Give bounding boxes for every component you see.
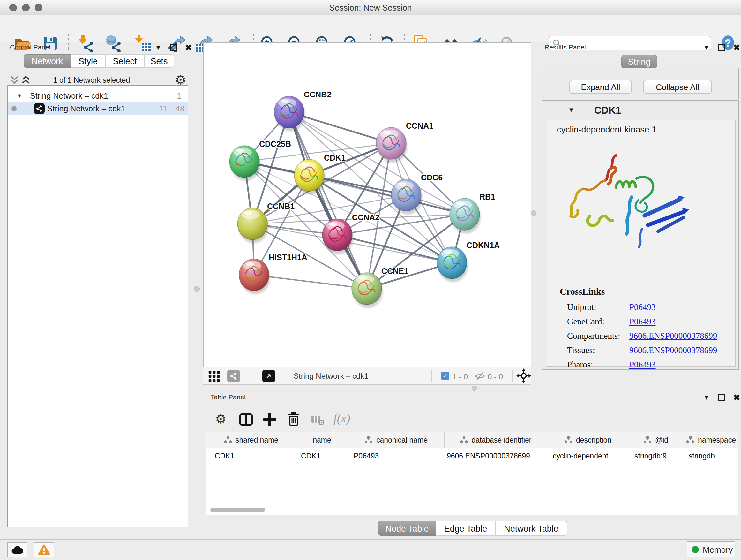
window-title: Session: New Session (0, 3, 741, 13)
control-panel-title: Control Panel (10, 44, 51, 51)
network-edge[interactable] (337, 235, 452, 263)
column-header-canonical-name[interactable]: canonical name (348, 432, 444, 448)
birds-eye-view-icon[interactable] (262, 370, 275, 382)
show-columns-icon[interactable] (239, 413, 253, 426)
table-cell[interactable]: CDK1 (296, 449, 348, 463)
network-tree: ▼ String Network – cdk1 1 String Network… (7, 85, 188, 527)
sitemap-icon (644, 436, 651, 443)
selected-checkbox-icon[interactable]: ✓ (441, 372, 449, 380)
table-cell[interactable]: cyclin-dependent ... (547, 449, 629, 463)
fit-content-crosshair-icon[interactable] (516, 368, 531, 383)
warnings-button[interactable] (34, 542, 54, 557)
crosslink-link[interactable]: 9606.ENSP00000378699 (629, 346, 717, 355)
tab-style[interactable]: Style (71, 54, 105, 68)
horizontal-scrollbar[interactable] (210, 508, 265, 512)
hidden-eye-icon[interactable] (475, 372, 485, 380)
column-header-name[interactable]: name (296, 432, 348, 448)
crosslink-row: Tissues:9606.ENSP00000378699 (567, 346, 717, 360)
crosslink-link[interactable]: P06493 (629, 302, 656, 312)
panel-close-icon[interactable]: ✖ (733, 44, 740, 51)
expand-all-button[interactable]: Expand All (569, 80, 632, 94)
crosslink-label: Tissues: (567, 346, 629, 355)
results-actions-box: Expand All Collapse All (542, 68, 739, 99)
network-node-label: CDC25B (259, 139, 291, 148)
table-cell[interactable]: stringdb (683, 449, 738, 463)
sitemap-icon (686, 436, 694, 443)
panel-float-icon[interactable] (170, 44, 177, 51)
panel-float-icon[interactable] (718, 44, 725, 51)
table-cell[interactable]: P06493 (348, 449, 444, 463)
tab-network[interactable]: Network (23, 54, 71, 68)
crosslink-link[interactable]: 9606.ENSP00000378699 (629, 331, 717, 341)
table-cell[interactable]: CDK1 (206, 449, 296, 463)
network-row-selected[interactable]: String Network – cdk1 11 48 (8, 102, 188, 115)
panel-menu-icon[interactable]: ▼ (703, 394, 710, 401)
collapse-all-button[interactable]: Collapse All (643, 80, 712, 94)
network-collection-label: String Network – cdk1 (30, 89, 108, 102)
network-edge[interactable] (254, 275, 367, 289)
grid-view-icon[interactable] (208, 370, 220, 382)
search-input[interactable] (564, 37, 706, 49)
add-column-icon[interactable] (263, 413, 277, 427)
sitemap-icon (365, 436, 373, 443)
column-header-id[interactable]: @id (629, 432, 683, 448)
column-header-description[interactable]: description (547, 432, 629, 448)
protein-description: cyclin-dependent kinase 1 (557, 125, 657, 135)
network-selection-status: 1 of 1 Network selected (7, 76, 176, 84)
panel-float-icon[interactable] (718, 394, 725, 401)
tab-select[interactable]: Select (105, 54, 144, 68)
network-node-label: CCNA2 (352, 213, 380, 222)
table-cell[interactable]: stringdb:9... (629, 449, 683, 463)
crosslink-link[interactable]: P06493 (629, 360, 656, 369)
warning-icon (38, 544, 51, 556)
network-node-label: RB1 (479, 192, 495, 201)
network-edge[interactable] (289, 112, 367, 289)
splitter-handle[interactable] (531, 210, 536, 215)
protein-disclosure-icon[interactable]: ▼ (568, 107, 575, 113)
nodes-edges-selected-count: 1 - 0 (453, 372, 468, 381)
tab-network-table[interactable]: Network Table (495, 521, 567, 536)
network-node-label: CCNE1 (381, 266, 408, 275)
title-bar: Session: New Session (0, 0, 741, 15)
network-graph[interactable]: CCNB2CCNA1CDC25BCDK1CDC6RB1CCNB1CCNA2CDK… (204, 43, 531, 367)
crosslinks-heading: CrossLinks (560, 287, 605, 297)
disclosure-triangle-icon[interactable]: ▼ (17, 89, 22, 102)
delete-table-icon (311, 415, 325, 426)
share-network-icon[interactable] (227, 370, 240, 382)
panel-close-icon[interactable]: ✖ (185, 44, 192, 51)
network-edge-count: 48 (176, 102, 185, 115)
column-header-database-identifier[interactable]: database identifier (444, 432, 547, 448)
network-collection-row[interactable]: ▼ String Network – cdk1 1 (8, 89, 188, 102)
table-options-gear-icon[interactable]: ⚙ (215, 413, 226, 425)
network-canvas[interactable]: CCNB2CCNA1CDC25BCDK1CDC6RB1CCNB1CCNA2CDK… (203, 43, 531, 367)
memory-label: Memory (703, 545, 733, 555)
tab-node-table[interactable]: Node Table (378, 521, 436, 536)
column-header-namespace[interactable]: namespace (683, 432, 738, 448)
tab-edge-table[interactable]: Edge Table (436, 521, 495, 536)
import-network-icon[interactable] (77, 35, 94, 52)
panel-menu-icon[interactable]: ▼ (703, 44, 710, 51)
network-node-label: CCNA1 (406, 121, 433, 130)
cloud-button[interactable] (7, 542, 27, 557)
column-header-shared-name[interactable]: shared name (206, 432, 296, 448)
tab-string[interactable]: String (621, 55, 657, 68)
import-table-icon[interactable] (133, 35, 151, 52)
import-network-database-icon[interactable] (105, 35, 122, 52)
network-node-label: CCNB2 (304, 90, 331, 99)
footer-separator (512, 370, 513, 382)
panel-menu-icon[interactable]: ▼ (155, 44, 161, 51)
crosslink-link[interactable]: P06493 (629, 317, 656, 326)
network-options-gear-icon[interactable]: ⚙ (175, 73, 186, 86)
tab-sets[interactable]: Sets (144, 54, 174, 68)
network-node-count: 11 (159, 102, 167, 115)
toolbar-separator (68, 35, 69, 52)
footer-separator (471, 370, 471, 382)
panel-close-icon[interactable]: ✖ (733, 394, 740, 401)
memory-button[interactable]: Memory (687, 542, 735, 557)
network-node-label: CDK1 (324, 153, 346, 162)
table-panel-title: Table Panel (211, 393, 246, 401)
splitter-handle[interactable] (194, 286, 200, 292)
splitter-handle[interactable] (472, 386, 477, 391)
delete-column-icon[interactable] (287, 412, 300, 427)
table-cell[interactable]: 9606.ENSP00000378699 (444, 449, 547, 463)
